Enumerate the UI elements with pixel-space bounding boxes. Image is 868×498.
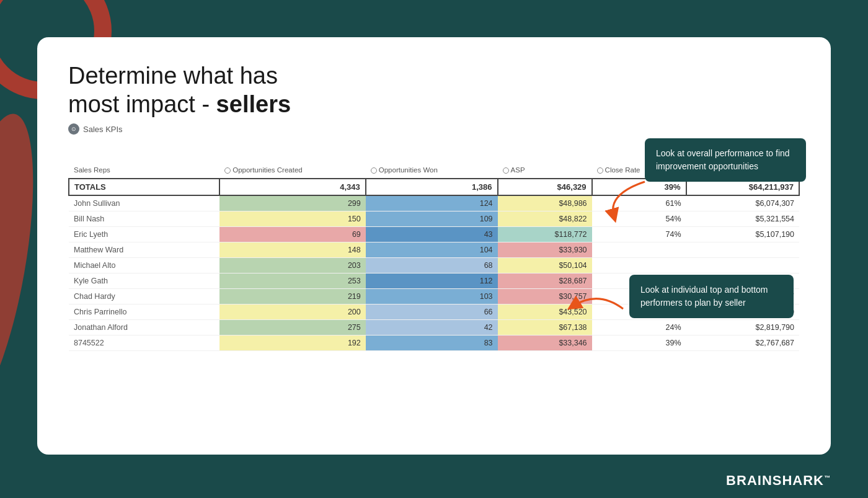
cell-close-rate: 24% — [592, 320, 686, 336]
cell-opp-won: 68 — [366, 258, 498, 273]
cell-asp: $50,104 — [498, 258, 592, 273]
cell-name: Eric Lyeth — [69, 227, 219, 242]
kpi-icon: ⊙ — [68, 123, 79, 135]
totals-opp-created: 4,343 — [219, 179, 366, 195]
cell-bookings — [686, 242, 799, 258]
tooltip-individual-performers: Look at individual top and bottom perfor… — [629, 275, 794, 318]
cell-bookings: $2,819,790 — [686, 320, 799, 336]
cell-close-rate: 61% — [592, 195, 686, 211]
cell-name: Chad Hardy — [69, 289, 219, 305]
cell-bookings — [686, 258, 799, 273]
cell-opp-created: 219 — [219, 289, 366, 305]
cell-bookings: $6,074,307 — [686, 195, 799, 211]
cell-opp-won: 109 — [366, 211, 498, 227]
cell-name: Bill Nash — [69, 211, 219, 227]
cell-asp: $33,930 — [498, 242, 592, 258]
cell-opp-created: 253 — [219, 273, 366, 289]
cell-close-rate: 74% — [592, 227, 686, 242]
totals-asp: $46,329 — [498, 179, 592, 195]
table-row: Jonathan Alford 275 42 $67,138 24% $2,81… — [69, 320, 799, 336]
cell-name: Chris Parrinello — [69, 305, 219, 320]
col-header-opp-created: Opportunities Created — [219, 162, 366, 179]
cell-name: Matthew Ward — [69, 242, 219, 258]
cell-close-rate: 54% — [592, 211, 686, 227]
cell-opp-created: 192 — [219, 336, 366, 351]
table-row: Michael Alto 203 68 $50,104 — [69, 258, 799, 273]
table-area: ✏ 📅 Current and Previous Year Sales Reps… — [68, 145, 800, 351]
cell-opp-won: 124 — [366, 195, 498, 211]
cell-bookings: $5,321,554 — [686, 211, 799, 227]
cell-opp-created: 148 — [219, 242, 366, 258]
cell-asp: $48,822 — [498, 211, 592, 227]
cell-opp-won: 112 — [366, 273, 498, 289]
table-row: Eric Lyeth 69 43 $118,772 74% $5,107,190 — [69, 227, 799, 242]
kpi-badge: ⊙ Sales KPIs — [68, 123, 800, 135]
cell-asp: $67,138 — [498, 320, 592, 336]
main-card: Determine what has most impact - sellers… — [37, 37, 831, 455]
cell-close-rate — [592, 242, 686, 258]
cell-asp: $48,986 — [498, 195, 592, 211]
col-header-opp-won: Opportunities Won — [366, 162, 498, 179]
cell-asp: $30,757 — [498, 289, 592, 305]
cell-opp-won: 66 — [366, 305, 498, 320]
cell-asp: $33,346 — [498, 336, 592, 351]
cell-close-rate: 39% — [592, 336, 686, 351]
cell-bookings: $2,767,687 — [686, 336, 799, 351]
cell-opp-won: 83 — [366, 336, 498, 351]
close-rate-icon — [597, 167, 603, 174]
page-title: Determine what has most impact - sellers — [68, 62, 800, 118]
opp-created-icon — [224, 167, 231, 174]
brainshark-logo: BRAINSHARK™ — [726, 473, 831, 489]
table-row: John Sullivan 299 124 $48,986 61% $6,074… — [69, 195, 799, 211]
cell-name: Michael Alto — [69, 258, 219, 273]
totals-opp-won: 1,386 — [366, 179, 498, 195]
cell-opp-created: 69 — [219, 227, 366, 242]
cell-opp-created: 203 — [219, 258, 366, 273]
sales-kpi-table: Sales Reps Opportunities Created Opportu… — [68, 162, 800, 351]
cell-asp: $28,687 — [498, 273, 592, 289]
cell-opp-created: 200 — [219, 305, 366, 320]
cell-close-rate — [592, 258, 686, 273]
table-row: 8745522 192 83 $33,346 39% $2,767,687 — [69, 336, 799, 351]
cell-asp: $118,772 — [498, 227, 592, 242]
cell-name: Jonathan Alford — [69, 320, 219, 336]
cell-opp-created: 299 — [219, 195, 366, 211]
col-header-name: Sales Reps — [69, 162, 219, 179]
opp-won-icon — [371, 167, 377, 174]
totals-name: TOTALS — [69, 179, 219, 195]
asp-icon — [503, 167, 509, 174]
cell-opp-created: 150 — [219, 211, 366, 227]
cell-opp-won: 104 — [366, 242, 498, 258]
cell-bookings: $5,107,190 — [686, 227, 799, 242]
table-row: Bill Nash 150 109 $48,822 54% $5,321,554 — [69, 211, 799, 227]
cell-name: John Sullivan — [69, 195, 219, 211]
kpi-label: Sales KPIs — [83, 125, 123, 134]
table-row: Matthew Ward 148 104 $33,930 — [69, 242, 799, 258]
cell-opp-won: 103 — [366, 289, 498, 305]
cell-name: 8745522 — [69, 336, 219, 351]
tooltip-overall-performance: Look at overall performance to find impr… — [645, 138, 806, 182]
cell-opp-created: 275 — [219, 320, 366, 336]
cell-asp: $43,520 — [498, 305, 592, 320]
cell-opp-won: 43 — [366, 227, 498, 242]
cell-name: Kyle Gath — [69, 273, 219, 289]
cell-opp-won: 42 — [366, 320, 498, 336]
col-header-asp: ASP — [498, 162, 592, 179]
